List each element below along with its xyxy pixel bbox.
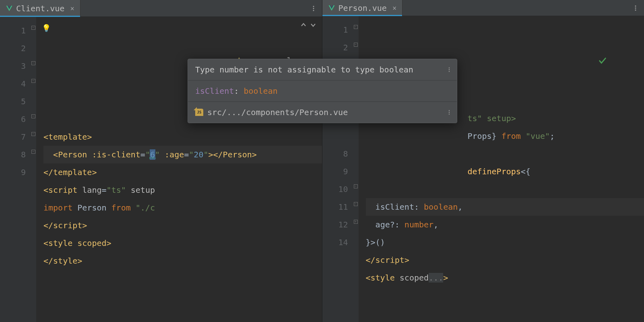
tooltip-more-icon[interactable] — [446, 109, 452, 115]
tooltip-message: Type number is not assignable to type bo… — [195, 65, 413, 74]
code-token: Person — [72, 203, 111, 213]
fold-toggle-icon[interactable]: − — [354, 184, 358, 188]
code-token: " — [203, 150, 208, 159]
line-number: 5 — [0, 93, 26, 110]
close-icon[interactable]: × — [70, 4, 74, 12]
next-highlight-icon[interactable] — [309, 21, 317, 29]
line-number: 4 — [0, 75, 26, 93]
editor-pane-right: Person.vue × 1 2 8 9 10 11 12 14 − − − — [322, 0, 644, 322]
code-token: </style> — [43, 256, 82, 266]
tab-label: Client.vue — [16, 4, 64, 13]
svg-point-5 — [635, 5, 636, 6]
line-number: 14 — [322, 233, 348, 251]
line-number: 8 — [0, 146, 26, 163]
code-token: </script> — [366, 255, 409, 265]
svg-point-13 — [449, 114, 450, 114]
code-token: Props} — [467, 131, 501, 141]
fold-toggle-icon[interactable]: − — [31, 114, 35, 118]
tab-overflow-button[interactable] — [627, 0, 644, 16]
code-token: = — [102, 185, 107, 195]
line-number: 3 — [0, 57, 26, 75]
inspection-nav — [299, 21, 317, 29]
intention-bulb-icon[interactable]: 💡 — [42, 19, 51, 37]
fold-toggle-icon[interactable]: − — [354, 43, 358, 47]
fold-toggle-icon[interactable]: − — [354, 25, 358, 29]
close-icon[interactable]: × — [392, 4, 396, 12]
code-token: <Person — [53, 150, 92, 159]
code-token: "vue" — [521, 131, 550, 141]
line-number: 11 — [322, 198, 348, 216]
tooltip-message-row: Type number is not assignable to type bo… — [188, 59, 457, 80]
code-token: </template> — [43, 167, 97, 177]
error-value: 6 — [150, 150, 155, 159]
code-token: boolean — [424, 202, 458, 212]
code-token: 20 — [194, 150, 203, 159]
code-token: isClient — [376, 202, 414, 212]
svg-point-1 — [313, 8, 314, 9]
code-token: import — [43, 203, 72, 213]
code-token: :is-client — [92, 150, 140, 159]
code-token: , — [458, 202, 462, 212]
code-token: setup — [126, 185, 155, 195]
fold-column: − − − − − − — [31, 17, 36, 322]
line-number: 6 — [0, 110, 26, 128]
vue-icon — [328, 4, 335, 12]
inspection-ok-icon[interactable] — [598, 21, 637, 101]
fold-toggle-icon[interactable]: − — [31, 150, 35, 154]
code-token: from — [502, 131, 521, 141]
code-token: <style scoped> — [43, 238, 111, 248]
fold-toggle-icon[interactable]: − — [31, 132, 35, 136]
line-number: 12 — [322, 216, 348, 233]
fold-toggle-icon[interactable]: − — [354, 202, 358, 206]
code-token: = — [140, 150, 145, 159]
code-token: scoped — [400, 273, 429, 283]
tooltip-more-icon[interactable] — [446, 67, 452, 72]
prev-highlight-icon[interactable] — [299, 21, 308, 29]
line-number: 1 — [322, 21, 348, 39]
tab-overflow-button[interactable] — [305, 0, 322, 17]
fold-toggle-icon[interactable]: − — [31, 26, 35, 30]
tooltip-prop-type: boolean — [244, 86, 277, 96]
code-token: "ts" — [107, 185, 126, 195]
line-number: 9 — [322, 163, 348, 180]
fold-toggle-icon[interactable]: − — [31, 79, 35, 83]
code-token: defineProps — [467, 167, 520, 176]
code-token: }>() — [366, 237, 385, 247]
line-number: 10 — [322, 180, 348, 198]
code-token: " — [189, 150, 194, 159]
code-token: ts" setup> — [467, 114, 516, 123]
vue-icon — [6, 5, 13, 12]
svg-point-6 — [635, 7, 636, 8]
code-token: : — [395, 220, 405, 229]
tooltip-prop-name: isClient — [195, 86, 234, 96]
code-token: : — [414, 202, 424, 212]
line-number: 1 — [0, 22, 26, 39]
line-number: 2 — [322, 39, 348, 56]
code-token: = — [184, 150, 189, 159]
code-token: number — [405, 220, 433, 229]
tab-label: Person.vue — [339, 3, 387, 13]
code-token: age? — [376, 220, 395, 229]
code-token: lang — [82, 185, 101, 195]
code-token: ; — [550, 131, 555, 141]
tooltip-sep: : — [234, 86, 244, 96]
code-token: :age — [165, 150, 184, 159]
tooltip-source-path: src/.../components/Person.vue — [207, 107, 348, 117]
svg-point-2 — [313, 10, 314, 11]
tab-person-vue[interactable]: Person.vue × — [322, 0, 403, 16]
code-token: <script — [43, 185, 82, 195]
fold-toggle-icon[interactable]: + — [354, 220, 358, 224]
tooltip-source-row[interactable]: JS src/.../components/Person.vue — [188, 101, 457, 123]
tab-client-vue[interactable]: Client.vue × — [0, 0, 80, 17]
folded-placeholder[interactable]: ... — [429, 273, 443, 283]
fold-toggle-icon[interactable]: − — [31, 61, 35, 65]
code-token: ></Person> — [208, 150, 256, 159]
code-token: "./c — [131, 203, 155, 213]
svg-point-11 — [449, 110, 450, 111]
line-number: 7 — [0, 128, 26, 146]
line-number: 8 — [322, 145, 348, 163]
code-token: <template> — [43, 132, 92, 142]
line-gutter: 1 2 3 4 5 6 7 8 9 − − − − − − — [0, 17, 36, 322]
svg-point-7 — [635, 9, 636, 10]
code-token: , — [433, 220, 438, 229]
